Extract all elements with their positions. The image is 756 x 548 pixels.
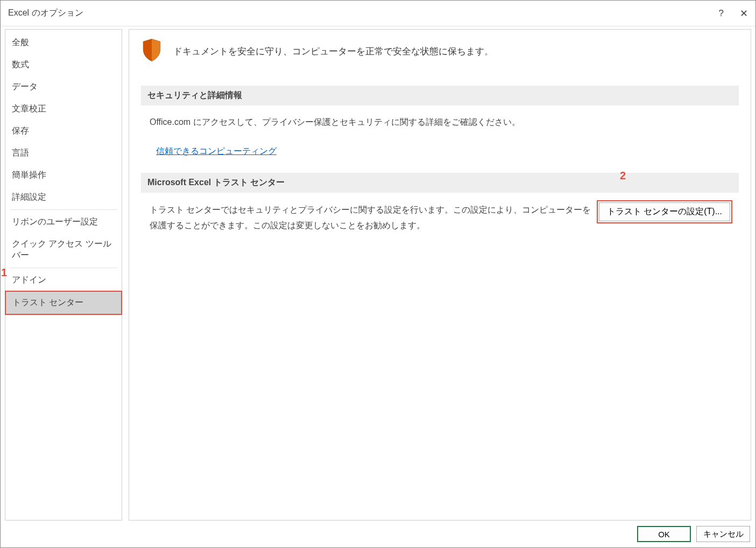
cancel-button[interactable]: キャンセル bbox=[696, 526, 750, 542]
sidebar-item-qat[interactable]: クイック アクセス ツール バー bbox=[5, 233, 122, 266]
trustcenter-row: トラスト センターではセキュリティとプライバシーに関する設定を行います。この設定… bbox=[141, 202, 739, 234]
main-content: 2 ドキュメントを安全に守り、コンピューターを正常で安全な状態に保ちます。 セキ… bbox=[129, 29, 751, 521]
sidebar-item-ribbon[interactable]: リボンのユーザー設定 bbox=[5, 211, 122, 233]
titlebar: Excel のオプション ? ✕ bbox=[1, 1, 755, 26]
sidebar-item-trustcenter[interactable]: トラスト センター bbox=[5, 291, 122, 314]
sidebar-item-data[interactable]: データ bbox=[5, 76, 122, 98]
sidebar-separator-2 bbox=[10, 268, 117, 268]
sidebar-separator bbox=[10, 209, 117, 210]
dialog-body: 1 全般 数式 データ 文章校正 保存 言語 簡単操作 詳細設定 リボンのユーザ… bbox=[1, 26, 755, 521]
sidebar-item-advanced[interactable]: 詳細設定 bbox=[5, 186, 122, 208]
sidebar-item-general[interactable]: 全般 bbox=[5, 32, 122, 54]
sidebar-item-language[interactable]: 言語 bbox=[5, 142, 122, 164]
titlebar-controls: ? ✕ bbox=[719, 8, 748, 19]
section-trustcenter-header: Microsoft Excel トラスト センター bbox=[141, 173, 739, 193]
close-icon[interactable]: ✕ bbox=[740, 8, 748, 19]
trustcenter-text: トラスト センターではセキュリティとプライバシーに関する設定を行います。この設定… bbox=[150, 202, 591, 234]
trusted-computing-link[interactable]: 信頼できるコンピューティング bbox=[156, 144, 277, 158]
sidebar-item-save[interactable]: 保存 bbox=[5, 120, 122, 142]
sidebar: 1 全般 数式 データ 文章校正 保存 言語 簡単操作 詳細設定 リボンのユーザ… bbox=[5, 29, 122, 521]
sidebar-item-addins[interactable]: アドイン bbox=[5, 269, 122, 291]
options-dialog: Excel のオプション ? ✕ 1 全般 数式 データ 文章校正 保存 言語 … bbox=[0, 0, 756, 548]
dialog-footer: OK キャンセル bbox=[1, 521, 755, 547]
help-icon[interactable]: ? bbox=[719, 8, 724, 19]
sidebar-item-ease[interactable]: 簡単操作 bbox=[5, 164, 122, 186]
header-text: ドキュメントを安全に守り、コンピューターを正常で安全な状態に保ちます。 bbox=[173, 45, 493, 58]
sidebar-item-proofing[interactable]: 文章校正 bbox=[5, 98, 122, 120]
header-row: ドキュメントを安全に守り、コンピューターを正常で安全な状態に保ちます。 bbox=[141, 38, 739, 64]
section-security-text: Office.com にアクセスして、プライバシー保護とセキュリティに関する詳細… bbox=[150, 115, 730, 129]
shield-icon bbox=[141, 38, 162, 64]
ok-button[interactable]: OK bbox=[637, 526, 691, 542]
dialog-title: Excel のオプション bbox=[8, 8, 83, 19]
section-security-header: セキュリティと詳細情報 bbox=[141, 86, 739, 106]
trustcenter-settings-button[interactable]: トラスト センターの設定(T)... bbox=[599, 202, 730, 221]
sidebar-item-formulas[interactable]: 数式 bbox=[5, 54, 122, 76]
section-security-body: Office.com にアクセスして、プライバシー保護とセキュリティに関する詳細… bbox=[141, 115, 739, 173]
